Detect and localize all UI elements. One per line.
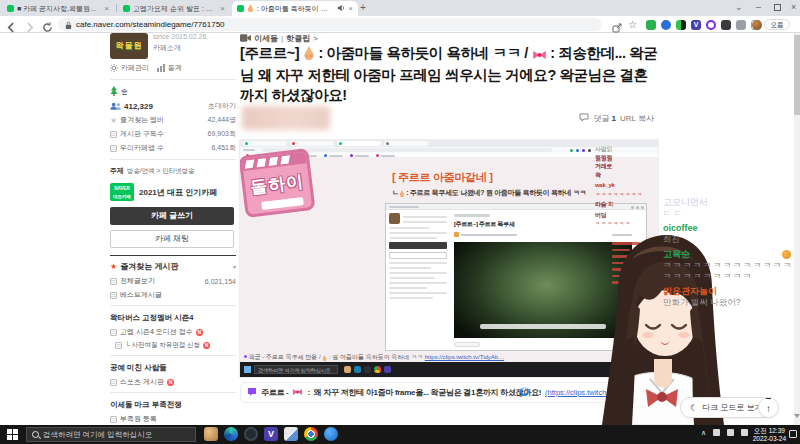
tab-close-icon[interactable]: ×	[104, 4, 109, 13]
inner-tag-pill	[454, 342, 480, 347]
nose-emoji-icon	[303, 45, 315, 65]
tab-audio-icon[interactable]	[337, 4, 345, 13]
system-tray[interactable]: ∧	[701, 429, 748, 437]
inner-sidebar-smudge	[389, 213, 447, 299]
scrollbar-thumb[interactable]	[794, 35, 800, 115]
sidebar-item-interview[interactable]: └ 사전여질 자유면접 신청 N	[110, 341, 236, 350]
scrollbar-down-arrow[interactable]	[794, 414, 800, 418]
cafe-chat-button[interactable]: 카페 채팅	[110, 230, 234, 248]
chat-username: 고육순	[663, 248, 795, 260]
window-minimize-button[interactable]: –	[756, 2, 761, 12]
bookmark-star-icon[interactable]: ☆	[628, 19, 639, 30]
new-badge: N	[203, 342, 210, 349]
sidebar-item-tribe[interactable]: 부족원 등록	[110, 414, 236, 424]
cafe-intro-link[interactable]: 카페소개	[153, 43, 208, 53]
extension-icon-dark[interactable]	[721, 20, 731, 30]
share-icon[interactable]	[612, 19, 623, 30]
taskbar-clock[interactable]: 오전 12:39 2022-03-24	[753, 427, 786, 443]
members-icon	[110, 102, 121, 111]
window-maximize-button[interactable]	[774, 3, 781, 13]
extension-icon-green[interactable]	[646, 20, 656, 30]
sidebar-item-all-posts[interactable]: 전체글보기 6,021,154	[110, 276, 236, 286]
back-icon[interactable]	[6, 19, 17, 30]
sidebar-section-gomem: 왁타버스 고정멤버 시즌4	[110, 313, 236, 323]
tab-search-chevron-icon[interactable]: ⌄	[735, 2, 743, 12]
moon-icon: ☾	[690, 403, 698, 413]
member-count: 412,329	[124, 102, 153, 111]
window-close-button[interactable]: ×	[791, 2, 796, 12]
blush-right	[678, 332, 690, 338]
stat-row: 게시판 구독수 69,903회	[110, 129, 236, 139]
url-field[interactable]: cafe.naver.com/steamindiegame/7761750	[58, 18, 602, 31]
reload-icon[interactable]	[42, 19, 53, 30]
tree-icon	[110, 86, 118, 97]
tray-icon[interactable]	[727, 429, 734, 436]
chat-message: 최진	[663, 234, 795, 245]
twitch-bubble-icon	[247, 387, 257, 399]
tray-icon[interactable]	[713, 429, 720, 436]
browser-tab-1[interactable]: ■ 카페 공지사항,왁물원 : 종합 ×	[2, 1, 114, 16]
sidebar-section-craft: 공예 미친 사람들	[110, 363, 236, 373]
browser-tab-bar: ■ 카페 공지사항,왁물원 : 종합 × 고멤가요제 순위 발표 : 네이버 ×…	[0, 0, 800, 16]
tray-icon[interactable]	[741, 429, 748, 436]
forward-icon[interactable]	[24, 19, 35, 30]
url-copy-button[interactable]: URL 복사	[620, 113, 654, 124]
neck	[654, 359, 672, 388]
board-icon	[110, 329, 117, 336]
browser-tab-active[interactable]: : 아줌마들 욕하듯이 욕하 ×	[232, 1, 358, 16]
invite-link[interactable]: 초대하기	[208, 101, 236, 111]
address-bar: cafe.naver.com/steamindiegame/7761750 ☆ …	[0, 16, 800, 33]
taskbar-app-steam-icon[interactable]	[244, 427, 258, 441]
app-icon	[110, 145, 117, 152]
chat-username: oicoffee	[663, 222, 795, 234]
star-icon: ★	[110, 116, 117, 125]
cafe-write-button[interactable]: 카페 글쓰기	[110, 207, 234, 225]
cafe-logo[interactable]: 왁물원	[110, 33, 148, 59]
blush-left	[642, 332, 654, 338]
extension-icon-purple-ring[interactable]	[706, 20, 716, 30]
cafe-sidebar: 왁물원 since 2015.02.26. 카페소개 카페관리 통계 숲 412…	[110, 33, 236, 444]
taskbar-app-blue-icon[interactable]	[324, 427, 338, 441]
taskbar-app-chrome-icon[interactable]	[304, 427, 318, 441]
cafe-manage-link[interactable]: 카페관리	[110, 63, 149, 73]
naver-cafe-favicon	[7, 5, 14, 12]
taskbar-app-edge-icon[interactable]	[224, 427, 238, 441]
chevron-down-icon[interactable]: ▾	[233, 263, 236, 270]
extensions-puzzle-icon[interactable]	[736, 20, 746, 30]
cafe-stats-link[interactable]: 통계	[157, 63, 182, 73]
new-tab-button[interactable]: +	[360, 2, 366, 13]
padlock-icon	[65, 16, 72, 34]
naver-cafe-favicon	[237, 5, 244, 12]
ribbon-emoji-icon	[532, 45, 547, 65]
tab-separator	[116, 4, 117, 12]
notification-center-icon[interactable]	[789, 430, 797, 438]
profile-chip[interactable]: 오름	[764, 19, 790, 30]
browser-tab-2[interactable]: 고멤가요제 순위 발표 : 네이버 ×	[118, 1, 230, 16]
sidebar-item-best-posts[interactable]: 베스트게시글	[110, 290, 236, 300]
comment-count[interactable]: 댓글 1	[593, 113, 616, 124]
tab-close-icon[interactable]: ×	[220, 4, 225, 13]
taskbar-app-eraser-icon[interactable]	[284, 427, 298, 441]
taskbar-app-cookie-icon[interactable]	[204, 427, 218, 441]
ribbon-emoji-icon	[292, 388, 303, 398]
inner-start-icon	[244, 366, 251, 373]
windows-start-button[interactable]	[7, 429, 18, 440]
sidebar-item-audition[interactable]: 고멤 시즌4 오디션 접수 N	[110, 327, 236, 337]
taskbar-app-v-icon[interactable]: V	[264, 427, 278, 441]
gear-icon	[110, 64, 118, 73]
extension-icon-v[interactable]: V	[691, 20, 701, 30]
tray-chevron-icon[interactable]: ∧	[701, 429, 706, 437]
chat-message: 만화가 벌써 나왔어?	[663, 297, 795, 308]
taskbar-search-box[interactable]: 검색하려면 여기에 입력하십시오	[26, 427, 196, 442]
sidebar-item-sports[interactable]: 스포츠 게시판 N	[110, 377, 236, 387]
profile-avatar[interactable]	[752, 20, 762, 30]
tab-close-icon[interactable]: ×	[348, 4, 353, 13]
new-badge: N	[167, 379, 174, 386]
board-icon	[110, 416, 117, 423]
scroll-to-top-button[interactable]: ↑	[758, 397, 779, 418]
new-badge: N	[196, 329, 203, 336]
favorite-boards-header[interactable]: ★ 즐겨찾는 게시판 ▾	[110, 261, 236, 272]
clip-title: [ 주르르 아줌마같네 ]	[392, 170, 493, 185]
extension-icon-pixel[interactable]	[676, 20, 686, 30]
extension-icon-blue[interactable]	[661, 20, 671, 30]
